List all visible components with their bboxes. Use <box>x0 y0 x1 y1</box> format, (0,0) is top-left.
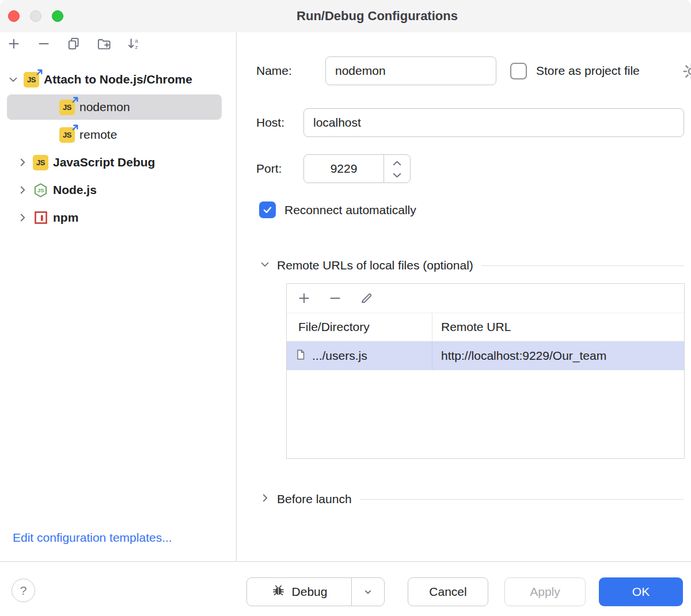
column-header-file-directory[interactable]: File/Directory <box>287 313 432 341</box>
minimize-window-button[interactable] <box>30 10 41 22</box>
chevron-right-icon[interactable] <box>15 155 30 170</box>
reconnect-automatically-label: Reconnect automatically <box>284 203 416 217</box>
help-button[interactable]: ? <box>12 579 35 602</box>
zoom-window-button[interactable] <box>52 10 63 22</box>
tree-item-label: Node.js <box>53 183 97 197</box>
panel-divider <box>236 32 237 562</box>
cancel-button[interactable]: Cancel <box>408 577 488 606</box>
svg-text:z: z <box>135 44 138 50</box>
tree-item-label: nodemon <box>79 100 130 114</box>
configurations-toolbar: az <box>6 36 142 52</box>
gear-icon[interactable] <box>682 62 691 83</box>
cell-file-directory[interactable]: .../users.js <box>287 341 432 370</box>
tree-item-label: JavaScript Debug <box>53 155 155 169</box>
ok-button[interactable]: OK <box>599 577 683 606</box>
port-label: Port: <box>256 154 282 183</box>
decrement-icon[interactable] <box>393 170 401 180</box>
remote-urls-table: File/Directory Remote URL .../users.js h… <box>286 283 685 459</box>
nodejs-icon: JS <box>33 182 48 198</box>
debug-dropdown-chevron-icon[interactable] <box>352 578 384 606</box>
attach-config-icon: JS <box>59 127 75 143</box>
window-title: Run/Debug Configurations <box>63 0 691 32</box>
bug-icon <box>271 583 286 600</box>
remove-configuration-icon[interactable] <box>36 36 52 52</box>
port-stepper <box>303 154 411 183</box>
store-as-project-file-checkbox[interactable] <box>510 63 527 79</box>
increment-icon[interactable] <box>393 158 401 168</box>
remote-urls-section-header[interactable]: Remote URLs of local files (optional) <box>259 257 684 273</box>
chevron-down-icon[interactable] <box>6 72 21 87</box>
before-launch-section-label: Before launch <box>277 492 352 506</box>
remove-row-icon[interactable] <box>327 290 343 306</box>
cell-remote-url[interactable]: http://localhost:9229/Our_team <box>432 341 684 370</box>
run-debug-configurations-dialog: Run/Debug Configurations az JS A <box>0 0 691 616</box>
host-label: Host: <box>256 108 284 137</box>
svg-text:JS: JS <box>37 187 44 193</box>
add-row-icon[interactable] <box>296 290 312 306</box>
chevron-down-icon[interactable] <box>259 258 271 273</box>
tree-item-nodemon[interactable]: JS nodemon <box>0 93 236 121</box>
javascript-debug-icon: JS <box>33 155 48 170</box>
attach-config-icon: JS <box>59 100 75 115</box>
attach-nodejs-chrome-icon: JS <box>24 72 39 88</box>
section-rule <box>360 499 684 500</box>
remote-urls-section-label: Remote URLs of local files (optional) <box>277 258 473 272</box>
debug-action[interactable]: Debug <box>247 578 351 606</box>
table-row[interactable]: .../users.js http://localhost:9229/Our_t… <box>287 341 684 370</box>
chevron-right-icon[interactable] <box>15 182 30 197</box>
chevron-right-icon[interactable] <box>15 210 30 225</box>
apply-button: Apply <box>504 577 586 606</box>
name-label: Name: <box>256 56 292 85</box>
port-stepper-buttons <box>384 155 410 182</box>
chevron-right-icon[interactable] <box>259 492 271 507</box>
store-as-project-file-label: Store as project file <box>536 56 640 85</box>
footer-divider <box>0 561 691 562</box>
tree-item-remote[interactable]: JS remote <box>0 121 236 149</box>
table-header: File/Directory Remote URL <box>287 313 684 341</box>
new-folder-icon[interactable] <box>96 36 112 52</box>
tree-item-npm[interactable]: npm <box>0 204 236 231</box>
debug-button-label: Debug <box>292 585 328 599</box>
name-input[interactable] <box>325 56 496 85</box>
tree-item-label: remote <box>79 128 117 142</box>
configurations-tree: JS Attach to Node.js/Chrome JS nodemon J… <box>0 66 236 231</box>
close-window-button[interactable] <box>8 10 20 22</box>
host-input[interactable] <box>303 108 684 137</box>
svg-text:a: a <box>135 37 138 44</box>
debug-split-button[interactable]: Debug <box>246 577 385 606</box>
column-header-remote-url[interactable]: Remote URL <box>432 313 684 341</box>
tree-item-nodejs[interactable]: JS Node.js <box>0 176 236 204</box>
reconnect-automatically-checkbox[interactable] <box>259 201 276 218</box>
tree-item-label: Attach to Node.js/Chrome <box>44 73 192 86</box>
titlebar: Run/Debug Configurations <box>0 0 691 32</box>
file-path: .../users.js <box>312 349 367 363</box>
tree-item-attach-to-node-chrome[interactable]: JS Attach to Node.js/Chrome <box>0 66 236 93</box>
before-launch-section-header[interactable]: Before launch <box>259 491 684 507</box>
edit-configuration-templates-link[interactable]: Edit configuration templates... <box>13 531 172 545</box>
port-input[interactable] <box>304 155 384 182</box>
table-toolbar <box>287 284 684 313</box>
add-configuration-icon[interactable] <box>6 36 22 52</box>
sort-alphabetically-icon[interactable]: az <box>126 36 142 52</box>
copy-configuration-icon[interactable] <box>66 36 82 52</box>
tree-item-javascript-debug[interactable]: JS JavaScript Debug <box>0 149 236 176</box>
section-rule <box>481 265 684 266</box>
reconnect-automatically-row: Reconnect automatically <box>259 201 416 218</box>
file-icon <box>294 348 307 364</box>
tree-item-label: npm <box>53 211 78 225</box>
npm-icon <box>33 210 48 226</box>
window-controls <box>8 10 63 22</box>
edit-row-icon[interactable] <box>358 290 374 306</box>
